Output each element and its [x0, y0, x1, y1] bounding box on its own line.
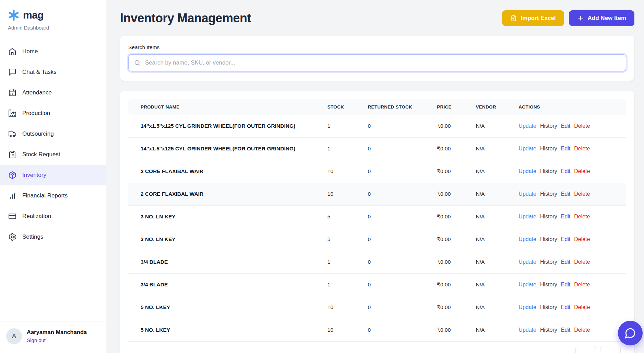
- add-new-item-button[interactable]: Add New Item: [569, 10, 634, 26]
- table-row: 14''x1.5''x125 CYL GRINDER WHEEL(FOR OUT…: [128, 115, 626, 137]
- edit-action-link[interactable]: Edit: [561, 304, 571, 310]
- update-action-link[interactable]: Update: [518, 123, 536, 129]
- sidebar-item-financial-reports[interactable]: Financial Reports: [0, 185, 106, 206]
- history-action-link[interactable]: History: [540, 282, 557, 287]
- sidebar-item-settings[interactable]: Settings: [0, 227, 106, 247]
- calendar-icon: [8, 89, 16, 97]
- cell-stock: 5: [327, 205, 368, 228]
- update-action-link[interactable]: Update: [518, 282, 536, 287]
- barchart-icon: [8, 192, 16, 200]
- update-action-link[interactable]: Update: [518, 191, 536, 197]
- cell-stock: 1: [327, 251, 368, 273]
- cell-returned: 0: [368, 251, 437, 273]
- search-input[interactable]: [128, 54, 626, 71]
- cell-actions: UpdateHistoryEditDelete: [518, 115, 626, 137]
- plus-icon: [577, 15, 584, 22]
- column-header-actions: Actions: [518, 99, 626, 115]
- delete-action-link[interactable]: Delete: [574, 168, 590, 174]
- pagination-prev-button[interactable]: [575, 346, 596, 353]
- update-action-link[interactable]: Update: [518, 259, 536, 265]
- delete-action-link[interactable]: Delete: [574, 304, 590, 310]
- main-content: Inventory Management Import Excel Add: [106, 0, 644, 353]
- column-header-price: Price: [437, 99, 476, 115]
- cell-returned: 0: [368, 296, 437, 319]
- delete-action-link[interactable]: Delete: [574, 214, 590, 219]
- cell-vendor: N/A: [476, 319, 518, 341]
- cell-price: ₹0.00: [437, 137, 476, 160]
- edit-action-link[interactable]: Edit: [561, 236, 571, 242]
- update-action-link[interactable]: Update: [518, 304, 536, 310]
- delete-action-link[interactable]: Delete: [574, 282, 590, 287]
- edit-action-link[interactable]: Edit: [561, 327, 571, 333]
- delete-action-link[interactable]: Delete: [574, 327, 590, 333]
- delete-action-link[interactable]: Delete: [574, 146, 590, 151]
- cell-vendor: N/A: [476, 273, 518, 296]
- import-excel-button[interactable]: Import Excel: [502, 10, 564, 26]
- app-root: mag Admin Dashboard HomeChat & TasksAtte…: [0, 0, 644, 353]
- sidebar-item-attendance[interactable]: Attendance: [0, 82, 106, 103]
- column-header-returned-stock: Returned Stock: [368, 99, 437, 115]
- cell-vendor: N/A: [476, 251, 518, 273]
- sidebar-item-inventory[interactable]: Inventory: [0, 165, 106, 185]
- history-action-link[interactable]: History: [540, 236, 557, 242]
- sidebar-item-realization[interactable]: Realization: [0, 206, 106, 227]
- update-action-link[interactable]: Update: [518, 214, 536, 219]
- history-action-link[interactable]: History: [540, 168, 557, 174]
- chat-icon: [8, 68, 16, 76]
- column-header-stock: Stock: [327, 99, 368, 115]
- update-action-link[interactable]: Update: [518, 236, 536, 242]
- brand: mag: [0, 0, 106, 24]
- delete-action-link[interactable]: Delete: [574, 123, 590, 129]
- cell-price: ₹0.00: [437, 319, 476, 341]
- pagination: [128, 342, 626, 353]
- pagination-next-button[interactable]: [600, 346, 621, 353]
- sidebar-item-outsourcing[interactable]: Outsourcing: [0, 124, 106, 144]
- cell-actions: UpdateHistoryEditDelete: [518, 183, 626, 205]
- truck-icon: [8, 130, 16, 138]
- cell-price: ₹0.00: [437, 228, 476, 251]
- sidebar-item-production[interactable]: Production: [0, 103, 106, 124]
- sidebar: mag Admin Dashboard HomeChat & TasksAtte…: [0, 0, 106, 353]
- sidebar-item-stock-request[interactable]: Stock Request: [0, 144, 106, 165]
- cell-stock: 1: [327, 115, 368, 137]
- history-action-link[interactable]: History: [540, 214, 557, 219]
- cell-stock: 10: [327, 183, 368, 205]
- history-action-link[interactable]: History: [540, 304, 557, 310]
- table-row: 2 CORE FLAXIBAL WAIR100₹0.00N/AUpdateHis…: [128, 183, 626, 205]
- sidebar-item-home[interactable]: Home: [0, 41, 106, 62]
- page-title: Inventory Management: [120, 11, 251, 25]
- sign-out-link[interactable]: Sign out: [27, 337, 46, 343]
- cell-actions: UpdateHistoryEditDelete: [518, 205, 626, 228]
- history-action-link[interactable]: History: [540, 259, 557, 265]
- history-action-link[interactable]: History: [540, 146, 557, 151]
- update-action-link[interactable]: Update: [518, 146, 536, 151]
- sidebar-footer: A Aaryaman Manchanda Sign out: [0, 321, 106, 353]
- table-row: 3 NO. LN KEY50₹0.00N/AUpdateHistoryEditD…: [128, 205, 626, 228]
- edit-action-link[interactable]: Edit: [561, 259, 571, 265]
- brand-name: mag: [23, 9, 44, 21]
- update-action-link[interactable]: Update: [518, 168, 536, 174]
- edit-action-link[interactable]: Edit: [561, 123, 571, 129]
- cell-name: 5 NO. LKEY: [128, 296, 327, 319]
- update-action-link[interactable]: Update: [518, 327, 536, 333]
- cell-returned: 0: [368, 205, 437, 228]
- delete-action-link[interactable]: Delete: [574, 236, 590, 242]
- table-header-row: Product NameStockReturned StockPriceVend…: [128, 99, 626, 115]
- sidebar-item-chat-tasks[interactable]: Chat & Tasks: [0, 62, 106, 82]
- history-action-link[interactable]: History: [540, 191, 557, 197]
- edit-action-link[interactable]: Edit: [561, 214, 571, 219]
- history-action-link[interactable]: History: [540, 327, 557, 333]
- delete-action-link[interactable]: Delete: [574, 191, 590, 197]
- history-action-link[interactable]: History: [540, 123, 557, 129]
- sidebar-item-label: Attendance: [22, 89, 52, 96]
- sidebar-item-label: Stock Request: [22, 151, 60, 158]
- chat-fab[interactable]: [618, 321, 643, 345]
- edit-action-link[interactable]: Edit: [561, 168, 571, 174]
- avatar: A: [6, 328, 22, 344]
- edit-action-link[interactable]: Edit: [561, 191, 571, 197]
- delete-action-link[interactable]: Delete: [574, 259, 590, 265]
- cell-stock: 1: [327, 137, 368, 160]
- edit-action-link[interactable]: Edit: [561, 146, 571, 151]
- table-row: 3 NO. LN KEY50₹0.00N/AUpdateHistoryEditD…: [128, 228, 626, 251]
- edit-action-link[interactable]: Edit: [561, 282, 571, 287]
